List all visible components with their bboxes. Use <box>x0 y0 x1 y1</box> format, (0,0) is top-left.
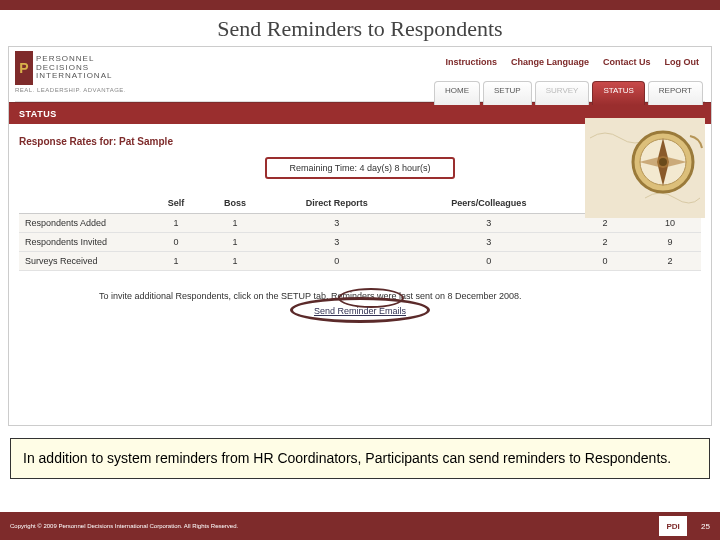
col-blank <box>19 193 149 214</box>
tab-setup[interactable]: SETUP <box>483 81 532 105</box>
svg-point-5 <box>659 158 667 166</box>
col-boss: Boss <box>203 193 267 214</box>
footer-page-number: 25 <box>701 522 710 531</box>
app-frame: P PERSONNEL DECISIONS INTERNATIONAL REAL… <box>8 46 712 426</box>
logo-mark-icon: P <box>15 51 33 85</box>
tab-row: HOME SETUP SURVEY STATUS REPORT <box>434 81 703 105</box>
table-row: Surveys Received110002 <box>19 252 701 271</box>
link-log-out[interactable]: Log Out <box>665 57 700 67</box>
slide-footer: Copyright © 2009 Personnel Decisions Int… <box>0 512 720 540</box>
tab-status[interactable]: STATUS <box>592 81 644 105</box>
logo-text: PERSONNEL DECISIONS INTERNATIONAL <box>36 55 112 80</box>
link-contact-us[interactable]: Contact Us <box>603 57 651 67</box>
tab-survey[interactable]: SURVEY <box>535 81 590 105</box>
footer-logo-icon: PDI <box>659 516 687 536</box>
invite-note: To invite additional Respondents, click … <box>99 291 691 301</box>
slide-top-band <box>0 0 720 10</box>
col-direct-reports: Direct Reports <box>267 193 407 214</box>
link-change-language[interactable]: Change Language <box>511 57 589 67</box>
remaining-time-box: Remaining Time: 4 day(s) 8 hour(s) <box>265 157 455 179</box>
footer-copyright: Copyright © 2009 Personnel Decisions Int… <box>10 523 238 529</box>
compass-graphic-icon <box>585 118 705 218</box>
table-row: Respondents Invited013329 <box>19 233 701 252</box>
logo-tagline: REAL. LEADERSHIP. ADVANTAGE. <box>15 87 126 93</box>
section-label: STATUS <box>19 109 57 119</box>
logo-block: P PERSONNEL DECISIONS INTERNATIONAL REAL… <box>15 51 126 93</box>
slide-title: Send Reminders to Respondents <box>0 16 720 42</box>
tab-home[interactable]: HOME <box>434 81 480 105</box>
tab-report[interactable]: REPORT <box>648 81 703 105</box>
send-reminder-emails-link[interactable]: Send Reminder Emails <box>314 306 406 316</box>
top-links: Instructions Change Language Contact Us … <box>445 51 705 67</box>
instruction-callout: In addition to system reminders from HR … <box>10 438 710 479</box>
col-peers: Peers/Colleagues <box>407 193 571 214</box>
link-instructions[interactable]: Instructions <box>445 57 497 67</box>
col-self: Self <box>149 193 203 214</box>
